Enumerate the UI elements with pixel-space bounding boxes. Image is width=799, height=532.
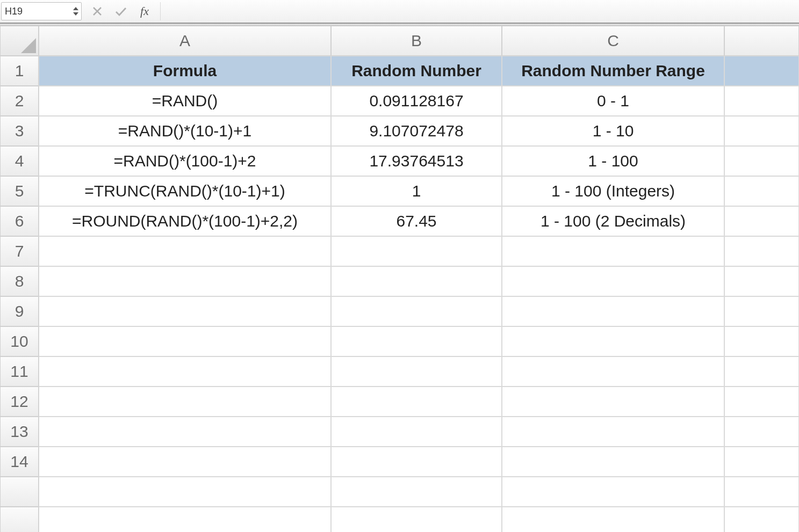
cell-A2[interactable]: =RAND() [39,86,331,116]
cell-D14[interactable] [724,447,799,477]
cell-C14[interactable] [502,447,724,477]
row-header-2[interactable]: 2 [0,86,39,116]
svg-marker-0 [73,7,78,10]
cell-D13[interactable] [724,417,799,447]
chevron-down-icon [73,12,79,16]
cell-B15[interactable] [331,477,502,507]
cell-D3[interactable] [724,116,799,146]
row-header-12[interactable]: 12 [0,387,39,417]
cell-B6[interactable]: 67.45 [331,206,502,236]
cell-A12[interactable] [39,387,331,417]
row-header-11[interactable]: 11 [0,356,39,387]
cell-A3[interactable]: =RAND()*(10-1)+1 [39,116,331,146]
cell-B7[interactable] [331,236,502,266]
cell-B3[interactable]: 9.107072478 [331,116,502,146]
col-header-D[interactable] [724,26,799,56]
cell-A14[interactable] [39,447,331,477]
cell-D4[interactable] [724,146,799,176]
cell-A11[interactable] [39,356,331,387]
row-header-5[interactable]: 5 [0,176,39,206]
cell-B16[interactable] [331,507,502,532]
cell-A6[interactable]: =ROUND(RAND()*(100-1)+2,2) [39,206,331,236]
cell-D15[interactable] [724,477,799,507]
row-header-6[interactable]: 6 [0,206,39,236]
cell-B1[interactable]: Random Number [331,56,502,86]
cell-B4[interactable]: 17.93764513 [331,146,502,176]
fx-icon: fx [140,4,149,18]
formula-input[interactable] [160,2,799,20]
cell-B2[interactable]: 0.091128167 [331,86,502,116]
cell-D1[interactable] [724,56,799,86]
cell-A15[interactable] [39,477,331,507]
cell-D7[interactable] [724,236,799,266]
row-header-9[interactable]: 9 [0,296,39,326]
select-all-corner[interactable] [0,26,39,56]
row-header-14[interactable]: 14 [0,447,39,477]
chevron-up-icon [73,6,79,11]
cell-B8[interactable] [331,266,502,296]
formula-bar: fx [0,0,799,24]
cell-D12[interactable] [724,387,799,417]
cell-C13[interactable] [502,417,724,447]
cell-A13[interactable] [39,417,331,447]
row-header-3[interactable]: 3 [0,116,39,146]
cell-C11[interactable] [502,356,724,387]
cell-D10[interactable] [724,326,799,356]
cell-A9[interactable] [39,296,331,326]
check-icon [114,6,127,17]
cell-A4[interactable]: =RAND()*(100-1)+2 [39,146,331,176]
cell-C2[interactable]: 0 - 1 [502,86,724,116]
cell-C5[interactable]: 1 - 100 (Integers) [502,176,724,206]
cell-B12[interactable] [331,387,502,417]
enter-button[interactable] [114,4,128,18]
cell-B11[interactable] [331,356,502,387]
cell-A1[interactable]: Formula [39,56,331,86]
cell-A10[interactable] [39,326,331,356]
cell-C10[interactable] [502,326,724,356]
cell-A7[interactable] [39,236,331,266]
cell-A5[interactable]: =TRUNC(RAND()*(10-1)+1) [39,176,331,206]
name-box-spinner[interactable] [73,6,79,16]
cell-D8[interactable] [724,266,799,296]
name-box-container [1,2,82,20]
col-header-A[interactable]: A [39,26,331,56]
row-header-10[interactable]: 10 [0,326,39,356]
cell-D6[interactable] [724,206,799,236]
cell-D9[interactable] [724,296,799,326]
row-header-4[interactable]: 4 [0,146,39,176]
cell-C12[interactable] [502,387,724,417]
cell-B14[interactable] [331,447,502,477]
col-header-C[interactable]: C [502,26,724,56]
cell-C16[interactable] [502,507,724,532]
cell-C8[interactable] [502,266,724,296]
cell-C6[interactable]: 1 - 100 (2 Decimals) [502,206,724,236]
insert-function-button[interactable]: fx [138,4,152,18]
cell-B10[interactable] [331,326,502,356]
col-header-B[interactable]: B [331,26,502,56]
cell-C3[interactable]: 1 - 10 [502,116,724,146]
cell-C9[interactable] [502,296,724,326]
cell-C4[interactable]: 1 - 100 [502,146,724,176]
cell-B5[interactable]: 1 [331,176,502,206]
cell-B13[interactable] [331,417,502,447]
row-header-15[interactable] [0,477,39,507]
row-header-16[interactable] [0,507,39,532]
cell-A16[interactable] [39,507,331,532]
cell-C1[interactable]: Random Number Range [502,56,724,86]
close-icon [92,6,103,17]
cancel-button[interactable] [90,4,104,18]
row-header-13[interactable]: 13 [0,417,39,447]
cell-D16[interactable] [724,507,799,532]
row-header-8[interactable]: 8 [0,266,39,296]
cell-C15[interactable] [502,477,724,507]
row-header-1[interactable]: 1 [0,56,39,86]
cell-D2[interactable] [724,86,799,116]
name-box-input[interactable] [5,6,70,17]
cell-C7[interactable] [502,236,724,266]
cell-A8[interactable] [39,266,331,296]
cell-D5[interactable] [724,176,799,206]
formula-bar-buttons: fx [82,0,160,23]
row-header-7[interactable]: 7 [0,236,39,266]
cell-B9[interactable] [331,296,502,326]
cell-D11[interactable] [724,356,799,387]
